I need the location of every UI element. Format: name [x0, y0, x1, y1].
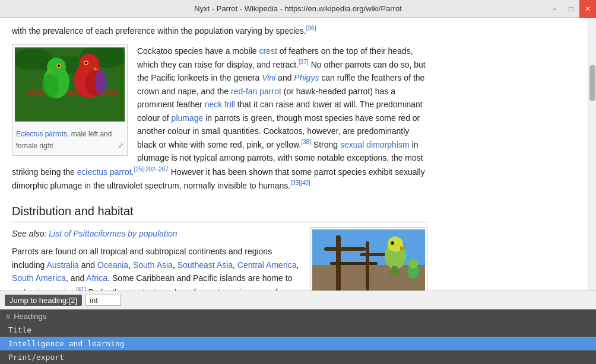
psittaciformes-link[interactable]: List of Psittaciformes by population: [49, 229, 177, 238]
browser-content: with the prevalence of each preference w…: [0, 18, 596, 364]
scrollbar[interactable]: [588, 18, 596, 290]
svg-point-9: [58, 65, 60, 67]
jump-label: Jump to heading:[2]: [5, 295, 82, 306]
heading-item-intelligence[interactable]: Intelligence and learning: [0, 337, 596, 350]
jump-input[interactable]: [85, 295, 121, 306]
south-asia-link[interactable]: South Asia: [133, 260, 173, 270]
expand-icon[interactable]: ⤢: [118, 141, 123, 151]
svg-rect-23: [366, 241, 369, 290]
eclectus-link[interactable]: eclectus parrot: [77, 167, 132, 177]
svg-point-30: [408, 259, 418, 269]
ref-41[interactable]: [41]: [76, 286, 86, 290]
red-fan-link[interactable]: red-fan parrot: [231, 87, 281, 96]
page-title: Nyxt - Parrot - Wikipedia - https://en.w…: [194, 4, 402, 13]
see-also-label: See also:: [12, 229, 49, 238]
svg-point-28: [392, 242, 394, 244]
plumage-link[interactable]: plumage: [172, 113, 204, 123]
svg-point-14: [42, 74, 59, 98]
eclectus-figure: Eclectus parrots, male left and female r…: [12, 44, 128, 156]
crest-link[interactable]: crest: [259, 46, 277, 56]
australia-link[interactable]: Australia: [46, 260, 78, 270]
minimize-button[interactable]: −: [546, 0, 563, 18]
svg-rect-22: [330, 262, 378, 265]
svg-point-13: [85, 62, 87, 64]
sexual-dimorphism-link[interactable]: sexual dimorphism: [340, 140, 410, 149]
eclectus-parrots-link[interactable]: Eclectus parrots: [16, 130, 67, 138]
endemic-species-link[interactable]: endemic species: [12, 287, 74, 290]
intro-paragraph: with the prevalence of each preference w…: [12, 24, 427, 37]
oceania-link[interactable]: Oceania: [97, 260, 128, 270]
close-button[interactable]: ✕: [579, 0, 596, 18]
central-america-link[interactable]: Central America: [237, 260, 297, 270]
ref-38[interactable]: [38]: [301, 139, 311, 145]
article-scroll[interactable]: with the prevalence of each preference w…: [0, 18, 588, 290]
eclectus-image: [15, 47, 125, 122]
ref-25[interactable]: [25]:202–207: [134, 166, 168, 173]
headings-panel: # Headings Title Intelligence and learni…: [0, 309, 596, 364]
south-america-link[interactable]: South America: [12, 273, 66, 283]
africa-link[interactable]: Africa: [86, 273, 107, 283]
parrot-branch-image: [312, 229, 425, 290]
figure-caption: Eclectus parrots, male left and female r…: [15, 127, 125, 152]
svg-point-7: [47, 58, 66, 76]
jump-bar: Jump to heading:[2]: [0, 290, 596, 309]
headings-title: # Headings: [0, 309, 596, 323]
headings-label: Headings: [14, 312, 46, 321]
distribution-heading: Distribution and habitat: [12, 202, 427, 222]
article-text: with the prevalence of each preference w…: [12, 24, 427, 290]
svg-rect-21: [324, 247, 366, 251]
ref-37[interactable]: [37]: [299, 59, 309, 65]
intro-text: with the prevalence of each preference w…: [12, 26, 306, 36]
svg-point-16: [95, 70, 107, 94]
neck-frill-link[interactable]: neck frill: [205, 100, 235, 109]
article-area: with the prevalence of each preference w…: [0, 18, 596, 290]
headings-hash: #: [6, 312, 10, 321]
southeast-asia-link[interactable]: Southeast Asia: [177, 260, 233, 270]
maximize-button[interactable]: □: [563, 0, 579, 18]
window-controls: − □ ✕: [546, 0, 596, 18]
parrot-branch-figure: [310, 227, 427, 290]
heading-item-print[interactable]: Print/export: [0, 350, 596, 364]
ref-36[interactable]: [36]: [306, 25, 316, 31]
phigys-link[interactable]: Phigys: [294, 73, 319, 82]
ref-39-40[interactable]: [39][40]: [290, 180, 310, 186]
heading-item-title[interactable]: Title: [0, 323, 596, 337]
title-bar: Nyxt - Parrot - Wikipedia - https://en.w…: [0, 0, 596, 18]
vini-link[interactable]: Vini: [262, 73, 275, 82]
scrollbar-thumb[interactable]: [589, 65, 595, 101]
